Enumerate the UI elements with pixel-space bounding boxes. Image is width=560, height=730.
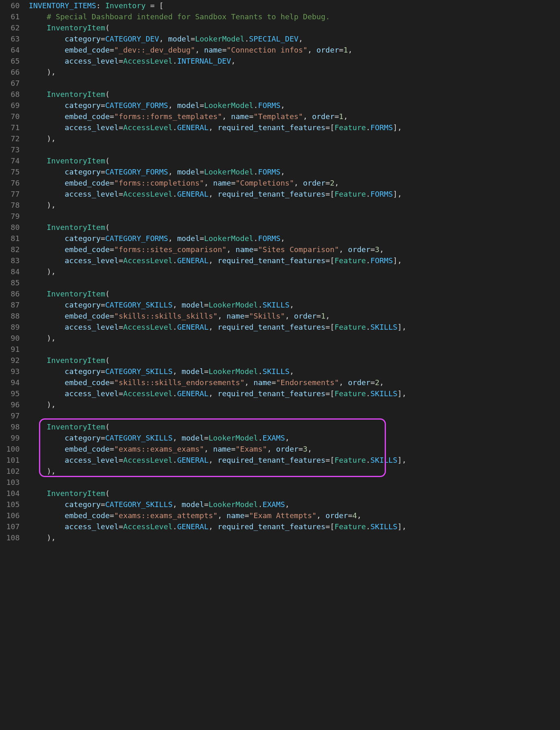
code-line[interactable]: # Special Dashboard intended for Sandbox… xyxy=(29,11,560,22)
code-line[interactable]: ), xyxy=(29,399,560,410)
token: access_level xyxy=(65,190,119,198)
code-line[interactable]: InventoryItem( xyxy=(29,222,560,233)
token: category xyxy=(65,301,101,309)
line-number: 66 xyxy=(0,67,20,78)
token: , xyxy=(204,445,213,453)
code-line[interactable]: InventoryItem( xyxy=(29,155,560,166)
code-line[interactable]: InventoryItem( xyxy=(29,421,560,432)
code-line[interactable]: embed_code="forms::completions", name="C… xyxy=(29,177,560,188)
line-number: 71 xyxy=(0,122,20,133)
line-number: 94 xyxy=(0,377,20,388)
line-number: 83 xyxy=(0,255,20,266)
line-number: 85 xyxy=(0,277,20,288)
token: . xyxy=(172,323,177,331)
indent xyxy=(29,57,65,65)
code-line[interactable]: category=CATEGORY_SKILLS, model=LookerMo… xyxy=(29,499,560,510)
token: = xyxy=(204,434,209,442)
code-line[interactable]: INVENTORY_ITEMS: Inventory = [ xyxy=(29,0,560,11)
code-line[interactable]: ), xyxy=(29,67,560,78)
code-line[interactable]: InventoryItem( xyxy=(29,288,560,299)
code-line[interactable]: ), xyxy=(29,133,560,144)
indent xyxy=(29,168,65,176)
token: = xyxy=(101,301,105,309)
line-number: 74 xyxy=(0,155,20,166)
code-line[interactable]: category=CATEGORY_SKILLS, model=LookerMo… xyxy=(29,366,560,377)
token: CATEGORY_SKILLS xyxy=(105,500,172,509)
token: LookerModel xyxy=(204,168,253,176)
code-line[interactable]: category=CATEGORY_SKILLS, model=LookerMo… xyxy=(29,299,560,310)
token: AccessLevel xyxy=(123,456,172,464)
indent xyxy=(29,334,47,342)
code-line[interactable] xyxy=(29,78,560,89)
code-line[interactable]: category=CATEGORY_DEV, model=LookerModel… xyxy=(29,33,560,44)
code-line[interactable]: embed_code="skills::skills_endorsements"… xyxy=(29,377,560,388)
indent xyxy=(29,134,47,143)
token: Feature xyxy=(335,256,366,265)
code-line[interactable]: access_level=AccessLevel.GENERAL, requir… xyxy=(29,321,560,333)
code-line[interactable]: access_level=AccessLevel.GENERAL, requir… xyxy=(29,188,560,200)
line-number: 95 xyxy=(0,388,20,399)
token: order xyxy=(317,46,339,54)
token: , xyxy=(357,511,361,520)
code-line[interactable]: category=CATEGORY_FORMS, model=LookerMod… xyxy=(29,166,560,177)
code-area[interactable]: INVENTORY_ITEMS: Inventory = [ # Special… xyxy=(23,0,560,543)
token: . xyxy=(172,57,177,65)
token: , xyxy=(172,500,181,509)
token: = xyxy=(204,301,209,309)
token: model xyxy=(168,34,190,43)
code-line[interactable]: InventoryItem( xyxy=(29,22,560,33)
token: AccessLevel xyxy=(123,522,172,531)
code-line[interactable]: embed_code="exams::exams_exams", name="E… xyxy=(29,443,560,455)
token: . xyxy=(366,522,370,531)
token: , xyxy=(159,34,168,43)
code-line[interactable]: embed_code="forms::forms_templates", nam… xyxy=(29,111,560,122)
token: AccessLevel xyxy=(123,123,172,132)
code-line[interactable] xyxy=(29,344,560,355)
code-line[interactable]: ), xyxy=(29,266,560,277)
code-line[interactable]: category=CATEGORY_FORMS, model=LookerMod… xyxy=(29,233,560,244)
code-line[interactable]: embed_code="skills::skills_skills", name… xyxy=(29,310,560,321)
code-line[interactable]: access_level=AccessLevel.GENERAL, requir… xyxy=(29,122,560,133)
code-line[interactable]: ), xyxy=(29,532,560,543)
indent xyxy=(29,533,47,542)
code-line[interactable] xyxy=(29,477,560,488)
token: model xyxy=(181,500,204,509)
token: name xyxy=(213,445,231,453)
code-line[interactable]: embed_code="forms::sites_comparison", na… xyxy=(29,244,560,255)
code-editor[interactable]: 6061626364656667686970717273747576777879… xyxy=(0,0,560,543)
code-line[interactable]: embed_code="exams::exams_attempts", name… xyxy=(29,510,560,521)
token: =[ xyxy=(326,256,335,265)
code-line[interactable]: category=CATEGORY_SKILLS, model=LookerMo… xyxy=(29,432,560,443)
code-line[interactable]: embed_code="_dev::_dev_debug", name="Con… xyxy=(29,44,560,55)
token: = [ xyxy=(146,1,164,10)
code-line[interactable]: category=CATEGORY_FORMS, model=LookerMod… xyxy=(29,100,560,111)
code-line[interactable] xyxy=(29,211,560,222)
token: "Skills" xyxy=(249,312,285,320)
code-line[interactable]: access_level=AccessLevel.GENERAL, requir… xyxy=(29,388,560,399)
token: order xyxy=(303,179,326,187)
token: ), xyxy=(47,134,56,143)
token: access_level xyxy=(65,389,119,398)
code-line[interactable]: InventoryItem( xyxy=(29,89,560,100)
code-line[interactable]: access_level=AccessLevel.INTERNAL_DEV, xyxy=(29,55,560,67)
code-line[interactable]: ), xyxy=(29,333,560,344)
token: , xyxy=(339,245,348,254)
code-line[interactable] xyxy=(29,277,560,288)
code-line[interactable] xyxy=(29,144,560,155)
code-line[interactable]: access_level=AccessLevel.GENERAL, requir… xyxy=(29,455,560,466)
line-number: 65 xyxy=(0,55,20,67)
token: , xyxy=(172,301,181,309)
token: GENERAL xyxy=(177,256,209,265)
code-line[interactable]: ), xyxy=(29,200,560,211)
line-number: 103 xyxy=(0,477,20,488)
code-line[interactable]: ), xyxy=(29,466,560,477)
code-line[interactable]: access_level=AccessLevel.GENERAL, requir… xyxy=(29,521,560,532)
line-number: 68 xyxy=(0,89,20,100)
code-line[interactable] xyxy=(29,410,560,421)
token: model xyxy=(181,301,204,309)
code-line[interactable]: InventoryItem( xyxy=(29,355,560,366)
token: access_level xyxy=(65,57,119,65)
code-line[interactable]: access_level=AccessLevel.GENERAL, requir… xyxy=(29,255,560,266)
code-line[interactable]: InventoryItem( xyxy=(29,488,560,499)
token: InventoryItem xyxy=(47,90,105,99)
